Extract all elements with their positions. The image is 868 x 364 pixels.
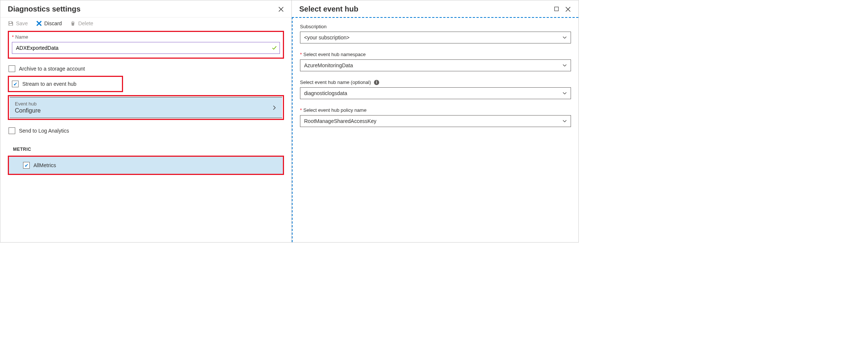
discard-label: Discard bbox=[44, 20, 62, 26]
stream-field-highlight: Stream to an event hub bbox=[8, 76, 123, 92]
close-icon[interactable] bbox=[565, 6, 571, 12]
chevron-down-icon bbox=[562, 35, 567, 40]
required-indicator: * bbox=[300, 52, 302, 57]
required-indicator: * bbox=[300, 107, 302, 113]
delete-icon bbox=[70, 20, 76, 26]
loganalytics-checkbox-row[interactable]: Send to Log Analytics bbox=[8, 124, 284, 138]
required-indicator: * bbox=[12, 34, 14, 40]
eventhub-big-label: Configure bbox=[15, 107, 41, 114]
eventhub-configure-button[interactable]: Event hub Configure bbox=[10, 97, 282, 118]
discard-icon bbox=[36, 20, 42, 26]
policy-dropdown[interactable]: RootManageSharedAccessKey bbox=[300, 115, 571, 127]
allmetrics-checkbox-row[interactable]: AllMetrics bbox=[23, 162, 278, 169]
subscription-value: <your subscription> bbox=[304, 35, 349, 40]
name-input[interactable] bbox=[12, 42, 280, 54]
checkmark-icon bbox=[272, 45, 277, 51]
chevron-down-icon bbox=[562, 63, 567, 68]
discard-button[interactable]: Discard bbox=[36, 20, 62, 26]
right-title: Select event hub bbox=[299, 5, 358, 13]
eventhub-configure-highlight: Event hub Configure bbox=[8, 95, 284, 120]
chevron-down-icon bbox=[562, 119, 567, 123]
subscription-label: Subscription bbox=[300, 24, 571, 29]
save-label: Save bbox=[16, 20, 28, 26]
eventhub-small-label: Event hub bbox=[15, 101, 41, 107]
namespace-value: AzureMonitoringData bbox=[304, 62, 353, 68]
subscription-dropdown[interactable]: <your subscription> bbox=[300, 32, 571, 43]
allmetrics-label: AllMetrics bbox=[33, 162, 56, 168]
stream-checkbox[interactable] bbox=[12, 81, 19, 87]
chevron-right-icon bbox=[272, 105, 277, 110]
policy-label: * Select event hub policy name bbox=[300, 107, 571, 113]
chevron-down-icon bbox=[562, 91, 567, 95]
stream-checkbox-row[interactable]: Stream to an event hub bbox=[12, 81, 119, 87]
allmetrics-highlight: AllMetrics bbox=[8, 156, 284, 175]
delete-button[interactable]: Delete bbox=[70, 20, 93, 26]
info-icon[interactable]: i bbox=[374, 80, 379, 85]
hubname-value: diagnosticlogsdata bbox=[304, 90, 347, 96]
restore-icon[interactable] bbox=[554, 6, 560, 12]
save-button[interactable]: Save bbox=[8, 20, 28, 26]
namespace-label: * Select event hub namespace bbox=[300, 52, 571, 57]
metric-section-label: METRIC bbox=[8, 138, 284, 156]
archive-checkbox-row[interactable]: Archive to a storage account bbox=[8, 62, 284, 76]
svg-rect-0 bbox=[555, 7, 559, 11]
archive-label: Archive to a storage account bbox=[19, 66, 85, 72]
namespace-dropdown[interactable]: AzureMonitoringData bbox=[300, 59, 571, 71]
save-icon bbox=[8, 20, 14, 26]
loganalytics-checkbox[interactable] bbox=[9, 127, 15, 134]
close-icon[interactable] bbox=[278, 6, 284, 12]
delete-label: Delete bbox=[78, 20, 93, 26]
allmetrics-checkbox[interactable] bbox=[23, 162, 30, 169]
name-field-highlight: * Name bbox=[8, 31, 284, 59]
name-label: * Name bbox=[12, 34, 280, 40]
hubname-dropdown[interactable]: diagnosticlogsdata bbox=[300, 87, 571, 99]
hubname-label: Select event hub name (optional) i bbox=[300, 79, 571, 85]
archive-checkbox[interactable] bbox=[9, 65, 15, 72]
page-title: Diagnostics settings bbox=[8, 5, 81, 13]
stream-label: Stream to an event hub bbox=[22, 81, 77, 87]
policy-value: RootManageSharedAccessKey bbox=[304, 118, 377, 124]
loganalytics-label: Send to Log Analytics bbox=[19, 128, 69, 134]
